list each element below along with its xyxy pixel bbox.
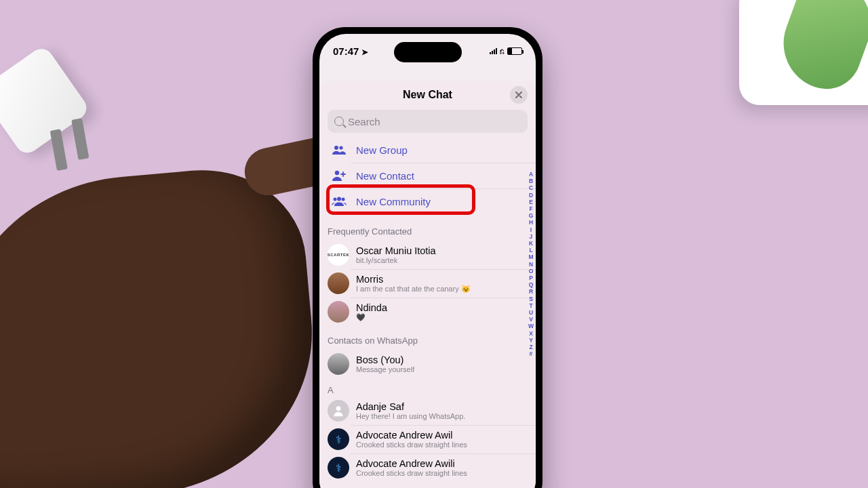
index-letter[interactable]: R	[528, 288, 534, 295]
svg-point-6	[336, 406, 341, 411]
battery-icon	[507, 47, 522, 55]
avatar: ⚕	[328, 457, 349, 479]
action-label: New Contact	[356, 170, 414, 182]
community-icon	[332, 197, 347, 206]
index-letter[interactable]: Y	[528, 337, 534, 344]
new-group-action[interactable]: New Group	[319, 137, 536, 163]
charger-prop	[0, 28, 144, 202]
svg-point-2	[335, 171, 339, 175]
contact-row[interactable]: ⚕ Advocate Andrew Awili Crooked sticks d…	[319, 453, 536, 482]
dynamic-island	[394, 42, 462, 62]
index-letter[interactable]: D	[528, 192, 534, 199]
avatar	[328, 272, 349, 294]
avatar	[328, 301, 349, 323]
cellular-icon	[490, 47, 497, 54]
index-letter[interactable]: N	[528, 261, 534, 268]
index-letter[interactable]: E	[528, 199, 534, 205]
contact-status: Message yourself	[356, 365, 414, 373]
contact-name: Ndinda	[356, 302, 387, 313]
contact-status: Hey there! I am using WhatsApp.	[356, 412, 465, 420]
index-letter[interactable]: H	[528, 219, 534, 226]
contact-name: Adanje Saf	[356, 401, 465, 412]
contact-name: Morris	[356, 274, 471, 285]
contact-row[interactable]: Adanje Saf Hey there! I am using WhatsAp…	[319, 396, 536, 425]
index-letter[interactable]: B	[528, 178, 534, 184]
index-letter[interactable]: P	[528, 274, 534, 281]
contact-status: bit.ly/scartek	[356, 256, 436, 264]
index-letter[interactable]: A	[528, 171, 534, 178]
avatar: SCARTEK	[328, 244, 349, 266]
phone-screen: 07:47 ➤ ⎌ New Chat Search	[319, 34, 536, 488]
close-button[interactable]	[510, 86, 528, 104]
index-letter[interactable]: C	[528, 184, 534, 191]
index-letter[interactable]: U	[528, 309, 534, 316]
wifi-icon: ⎌	[500, 47, 505, 55]
svg-point-4	[337, 197, 341, 201]
search-placeholder: Search	[348, 116, 380, 127]
add-contact-icon	[332, 170, 347, 181]
contact-row[interactable]: Morris I am the cat that ate the canary …	[319, 269, 536, 298]
contact-status: Crooked sticks draw straight lines	[356, 441, 467, 449]
search-icon	[334, 117, 344, 126]
index-letter[interactable]: L	[528, 247, 534, 253]
index-letter[interactable]: T	[528, 302, 534, 309]
avatar	[328, 400, 349, 422]
phone-frame: 07:47 ➤ ⎌ New Chat Search	[313, 27, 542, 488]
alphabet-index[interactable]: ABCDEFGHIJKLMNOPQRSTUVWXYZ#	[528, 171, 534, 357]
new-contact-action[interactable]: New Contact	[319, 163, 536, 188]
avatar: ⚕	[328, 428, 349, 450]
letter-header: A	[319, 378, 536, 396]
new-chat-sheet: New Chat Search New Group	[319, 81, 536, 488]
index-letter[interactable]: I	[528, 226, 534, 233]
index-letter[interactable]: K	[528, 240, 534, 247]
index-letter[interactable]: G	[528, 212, 534, 219]
close-icon	[515, 92, 522, 98]
new-community-action[interactable]: New Community	[319, 188, 536, 214]
contact-row[interactable]: ⚕ Advocate Andrew Awil Crooked sticks dr…	[319, 425, 536, 453]
svg-point-3	[334, 198, 337, 201]
action-label: New Community	[356, 196, 431, 207]
sheet-title: New Chat	[403, 89, 452, 101]
status-time: 07:47 ➤	[333, 45, 368, 57]
group-icon	[332, 145, 347, 155]
index-letter[interactable]: #	[528, 350, 534, 357]
svg-point-5	[342, 198, 345, 201]
index-letter[interactable]: F	[528, 205, 534, 212]
index-letter[interactable]: V	[528, 316, 534, 323]
index-letter[interactable]: Q	[528, 281, 534, 288]
index-letter[interactable]: W	[528, 323, 534, 329]
contact-name: Oscar Muniu Itotia	[356, 245, 436, 256]
contact-row[interactable]: SCARTEK Oscar Muniu Itotia bit.ly/scarte…	[319, 241, 536, 269]
contact-status: 🖤	[356, 313, 387, 322]
contact-row[interactable]: Ndinda 🖤	[319, 298, 536, 326]
index-letter[interactable]: Z	[528, 344, 534, 350]
svg-point-1	[339, 146, 342, 149]
contact-name: Advocate Andrew Awil	[356, 430, 467, 441]
index-letter[interactable]: S	[528, 296, 534, 302]
index-letter[interactable]: X	[528, 330, 534, 337]
contact-row-you[interactable]: Boss (You) Message yourself	[319, 350, 536, 378]
contacts-on-whatsapp-header: Contacts on WhatsApp	[319, 326, 536, 350]
search-input[interactable]: Search	[328, 110, 528, 133]
contact-name: Advocate Andrew Awili	[356, 458, 467, 469]
contact-name: Boss (You)	[356, 354, 414, 365]
contact-status: Crooked sticks draw straight lines	[356, 469, 467, 477]
hand-prop	[0, 161, 325, 488]
action-label: New Group	[356, 144, 408, 156]
svg-point-0	[334, 146, 338, 150]
index-letter[interactable]: M	[528, 253, 534, 260]
index-letter[interactable]: O	[528, 268, 534, 274]
contact-status: I am the cat that ate the canary 😼	[356, 285, 471, 293]
index-letter[interactable]: J	[528, 233, 534, 240]
frequently-contacted-header: Frequently Contacted	[319, 217, 536, 241]
avatar	[328, 353, 349, 375]
